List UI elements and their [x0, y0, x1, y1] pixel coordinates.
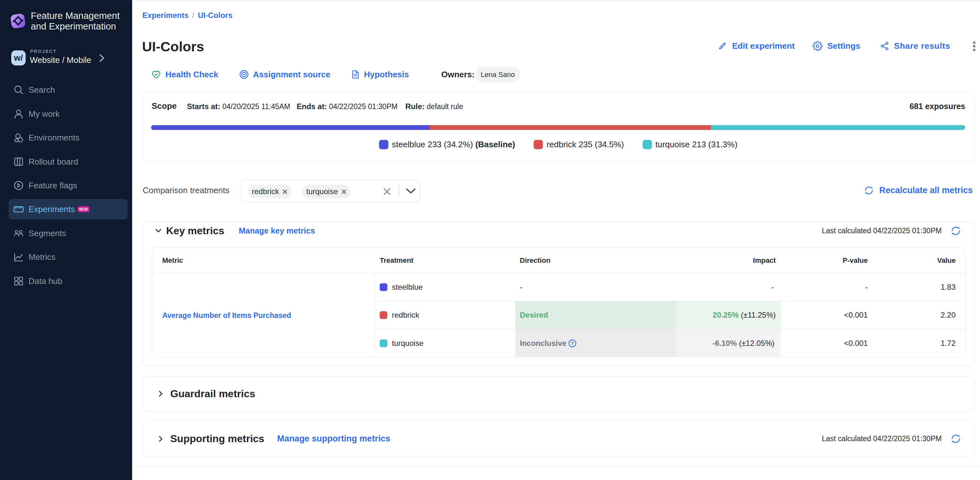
svg-text:?: ?	[571, 340, 574, 346]
